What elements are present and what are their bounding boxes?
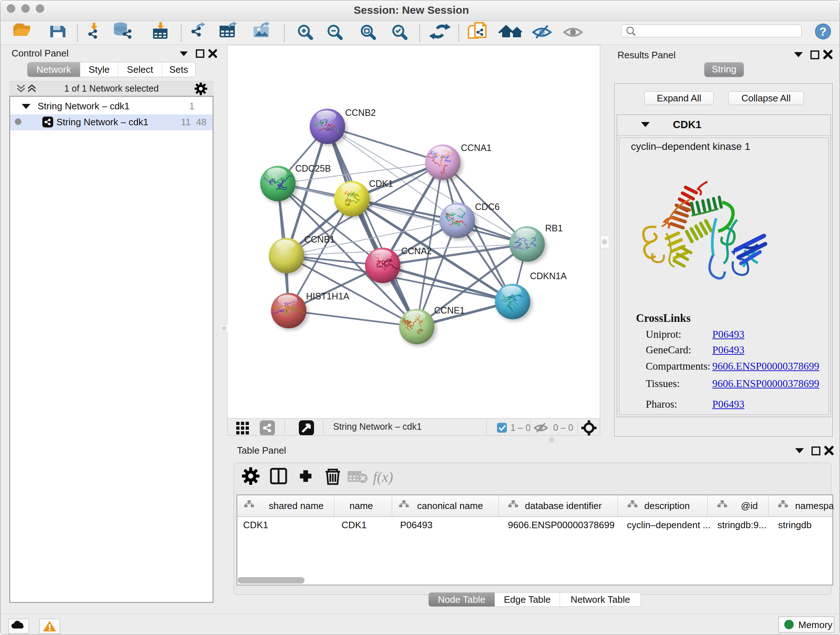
svg-text:CDC6: CDC6 (475, 202, 500, 212)
svg-text:CCNB1: CCNB1 (304, 234, 335, 244)
svg-text:0 – 0: 0 – 0 (553, 423, 573, 432)
svg-text:name: name (349, 500, 373, 511)
svg-text:namespace: namespace (795, 500, 834, 511)
svg-text:CCNA1: CCNA1 (461, 143, 492, 153)
svg-text:CDKN1A: CDKN1A (530, 271, 567, 281)
svg-text:CCNA2: CCNA2 (401, 246, 432, 256)
svg-text:f(x): f(x) (373, 469, 393, 485)
svg-text:HIST1H1A: HIST1H1A (306, 291, 349, 301)
svg-text:description: description (644, 500, 690, 511)
svg-text:?: ? (819, 25, 827, 38)
svg-text:1 – 0: 1 – 0 (510, 423, 531, 432)
svg-text:CDK1: CDK1 (369, 179, 393, 188)
svg-text:canonical name: canonical name (417, 500, 483, 511)
svg-text:CDC25B: CDC25B (295, 163, 331, 173)
svg-text:shared name: shared name (269, 500, 324, 511)
svg-text:database identifier: database identifier (525, 500, 602, 511)
svg-text:@id: @id (741, 500, 758, 511)
svg-text:RB1: RB1 (545, 223, 563, 233)
svg-text:CCNE1: CCNE1 (434, 305, 465, 315)
svg-text:CCNB2: CCNB2 (345, 108, 376, 118)
